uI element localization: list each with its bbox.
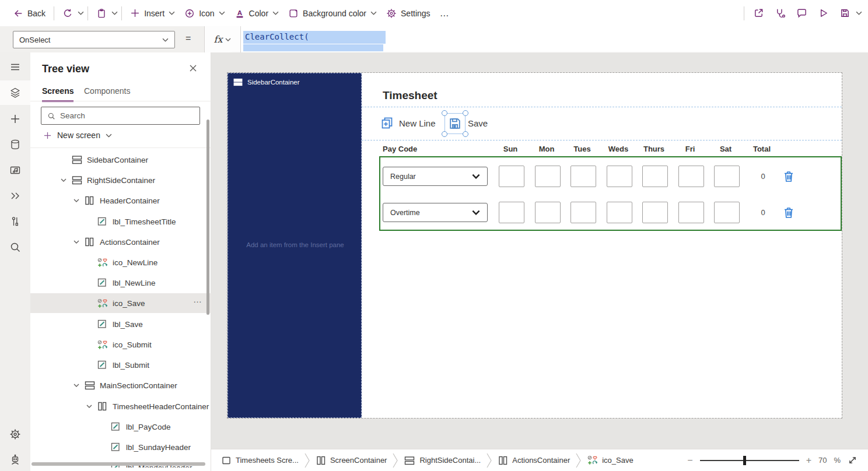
new-screen-button[interactable]: New screen (43, 131, 112, 140)
header-total[interactable]: Total (744, 145, 779, 153)
collapse-chevron[interactable] (74, 384, 79, 387)
header-sat[interactable]: Sat (708, 145, 743, 153)
fx-button[interactable]: fx (204, 26, 241, 52)
tree-item-lbl-submit[interactable]: lbl_Submit (30, 355, 211, 375)
data-rail-button[interactable] (0, 133, 30, 156)
tree-item-sidebarcontainer[interactable]: SidebarContainer (30, 150, 211, 170)
header-fri[interactable]: Fri (673, 145, 708, 153)
breadcrumb-ico-save[interactable]: ico_Save (587, 455, 633, 465)
variables-rail-button[interactable] (0, 210, 30, 233)
settings-button[interactable]: Settings (382, 5, 435, 22)
tree-item-rightsidecontainer[interactable]: RightSideContainer (30, 170, 211, 190)
day-input-mon[interactable] (535, 166, 561, 187)
pay-code-dropdown[interactable]: Regular (383, 167, 488, 186)
header-sun[interactable]: Sun (493, 145, 528, 153)
day-input-mon[interactable] (535, 202, 561, 223)
selection-handle[interactable] (442, 110, 447, 116)
preview-button[interactable] (813, 4, 834, 22)
item-more-button[interactable]: … (193, 294, 203, 304)
tree-item-actionscontainer[interactable]: ActionsContainer (30, 232, 211, 252)
color-button[interactable]: A Color (230, 5, 284, 22)
save-label[interactable]: Save (468, 118, 488, 128)
breadcrumb-rightsidecontainer[interactable]: RightSideContai... (404, 456, 481, 465)
breadcrumb-actionscontainer[interactable]: ActionsContainer (498, 456, 570, 465)
power-automate-rail-button[interactable] (0, 184, 30, 208)
tree-item-lbl-save[interactable]: lbl_Save (30, 314, 211, 334)
day-input-thurs[interactable] (642, 166, 668, 187)
breadcrumb-screen[interactable]: Timesheets Scre... (222, 456, 299, 465)
header-mon[interactable]: Mon (529, 145, 564, 153)
app-canvas[interactable]: SidebarContainer Add an item from the In… (228, 73, 842, 418)
settings-rail-button[interactable] (0, 423, 30, 446)
collapse-chevron[interactable] (61, 178, 66, 182)
undo-dropdown-chevron[interactable] (78, 11, 84, 15)
breadcrumb-screencontainer[interactable]: ScreenContainer (316, 456, 387, 465)
back-button[interactable]: Back (8, 5, 50, 22)
tree-item-mainsectioncontainer[interactable]: MainSectionContainer (30, 375, 211, 395)
comments-button[interactable] (791, 4, 813, 22)
day-input-sun[interactable] (499, 202, 524, 223)
pay-code-dropdown[interactable]: Overtime (383, 203, 488, 222)
zoom-out-button[interactable]: − (687, 455, 692, 466)
property-selector[interactable]: OnSelect (13, 31, 175, 48)
new-line-icon[interactable] (380, 116, 394, 130)
header-container[interactable]: Timesheet (362, 73, 842, 107)
insert-rail-button[interactable] (0, 107, 30, 131)
paste-button[interactable] (92, 5, 111, 22)
day-input-tues[interactable] (570, 202, 596, 223)
delete-row-trash-icon[interactable] (783, 170, 794, 183)
header-weds[interactable]: Weds (601, 145, 636, 153)
zoom-slider-handle[interactable] (743, 456, 746, 465)
insert-button[interactable]: Insert (125, 5, 180, 22)
day-input-tues[interactable] (570, 166, 596, 187)
formula-input[interactable]: ClearCollect( (241, 26, 868, 52)
day-input-weds[interactable] (607, 166, 632, 187)
app-checker-button[interactable] (769, 4, 791, 22)
tree-item-lbl-paycode[interactable]: lbl_PayCode (30, 417, 211, 437)
selection-handle[interactable] (442, 131, 447, 137)
day-input-thurs[interactable] (642, 202, 668, 223)
header-pay-code[interactable]: Pay Code (383, 145, 417, 153)
actions-container[interactable]: New Line Save (362, 107, 842, 140)
tree-search[interactable] (41, 107, 200, 125)
day-input-fri[interactable] (678, 166, 704, 187)
collapse-chevron[interactable] (74, 199, 79, 202)
day-input-sun[interactable] (499, 166, 524, 187)
new-line-label[interactable]: New Line (399, 118, 436, 128)
toolbar-overflow-button[interactable]: … (435, 8, 454, 19)
sidebar-container-control[interactable]: SidebarContainer Add an item from the In… (228, 73, 362, 418)
selection-handle[interactable] (463, 110, 468, 116)
timesheet-gallery[interactable]: Regular 0 (379, 156, 842, 231)
save-icon-selected[interactable] (444, 113, 466, 134)
day-input-fri[interactable] (678, 202, 704, 223)
tab-screens[interactable]: Screens (42, 86, 74, 102)
tree-vertical-scrollbar[interactable] (206, 119, 209, 315)
tree-item-ico-submit[interactable]: ico_Submit (30, 335, 211, 354)
save-dropdown-chevron[interactable] (856, 11, 862, 15)
day-input-sat[interactable] (714, 166, 740, 187)
tree-horizontal-scrollbar[interactable] (32, 462, 205, 466)
tree-item-lbl-newline[interactable]: lbl_NewLine (30, 273, 211, 293)
close-panel-button[interactable] (189, 64, 197, 72)
search-rail-button[interactable] (0, 235, 30, 259)
save-app-button[interactable] (834, 4, 856, 22)
tree-item-headercontainer[interactable]: HeaderContainer (30, 191, 211, 210)
icon-menu-button[interactable]: Icon (180, 5, 229, 22)
day-input-weds[interactable] (607, 202, 632, 223)
fullscreen-icon[interactable] (848, 455, 858, 465)
tree-item-timesheetheadercontainer[interactable]: TimesheetHeaderContainer (30, 396, 211, 416)
collapse-chevron[interactable] (74, 240, 79, 244)
paste-dropdown-chevron[interactable] (111, 11, 118, 15)
zoom-in-button[interactable]: + (806, 455, 811, 466)
collapse-chevron[interactable] (86, 405, 92, 408)
delete-row-trash-icon[interactable] (783, 206, 794, 219)
header-thurs[interactable]: Thurs (636, 145, 671, 153)
tab-components[interactable]: Components (84, 86, 130, 100)
timesheet-title-label[interactable]: Timesheet (383, 89, 438, 102)
zoom-slider[interactable] (700, 456, 799, 465)
share-button[interactable] (748, 4, 769, 22)
search-input[interactable] (60, 111, 194, 120)
background-color-button[interactable]: Background color (284, 5, 382, 22)
tree-item-lbl-sundayheader[interactable]: lbl_SundayHeader (30, 437, 211, 457)
hamburger-menu-button[interactable] (0, 55, 30, 79)
